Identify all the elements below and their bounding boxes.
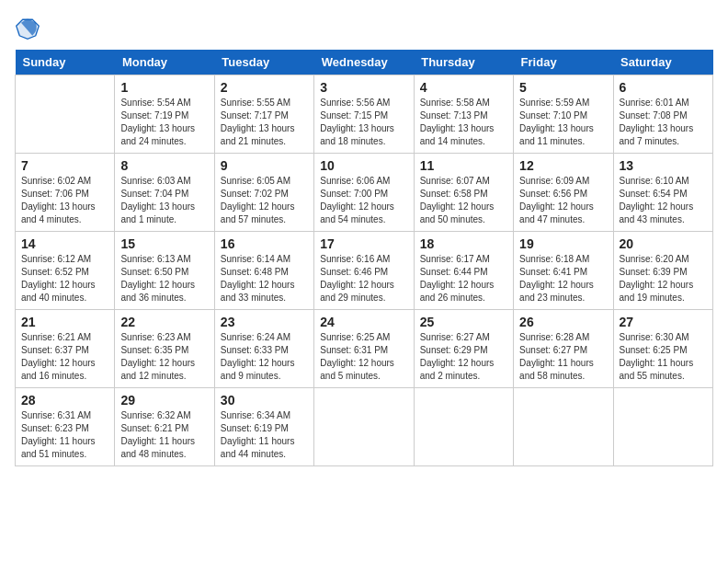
header-friday: Friday	[514, 50, 613, 75]
day-info: Sunrise: 6:18 AM Sunset: 6:41 PM Dayligh…	[519, 253, 607, 304]
day-number: 25	[420, 315, 507, 329]
day-cell: 16Sunrise: 6:14 AM Sunset: 6:48 PM Dayli…	[214, 232, 313, 310]
day-cell: 27Sunrise: 6:30 AM Sunset: 6:25 PM Dayli…	[613, 310, 712, 388]
day-number: 12	[519, 158, 607, 173]
day-cell: 1Sunrise: 5:54 AM Sunset: 7:19 PM Daylig…	[115, 75, 214, 154]
day-number: 14	[21, 236, 108, 251]
day-number: 16	[221, 236, 308, 251]
day-number: 9	[221, 158, 308, 173]
day-number: 13	[620, 158, 707, 173]
day-cell: 17Sunrise: 6:16 AM Sunset: 6:46 PM Dayli…	[314, 232, 414, 310]
day-info: Sunrise: 6:25 AM Sunset: 6:31 PM Dayligh…	[320, 331, 407, 383]
day-cell: 3Sunrise: 5:56 AM Sunset: 7:15 PM Daylig…	[314, 75, 414, 154]
day-info: Sunrise: 6:02 AM Sunset: 7:06 PM Dayligh…	[21, 175, 108, 226]
calendar-table: SundayMondayTuesdayWednesdayThursdayFrid…	[15, 50, 713, 466]
day-info: Sunrise: 6:30 AM Sunset: 6:25 PM Dayligh…	[620, 331, 707, 383]
day-number: 2	[221, 80, 308, 95]
week-row-5: 28Sunrise: 6:31 AM Sunset: 6:23 PM Dayli…	[16, 388, 713, 466]
day-number: 4	[420, 80, 507, 95]
day-number: 26	[519, 315, 607, 329]
calendar-header-row: SundayMondayTuesdayWednesdayThursdayFrid…	[16, 50, 713, 75]
header-monday: Monday	[115, 50, 214, 75]
day-cell: 26Sunrise: 6:28 AM Sunset: 6:27 PM Dayli…	[514, 310, 613, 388]
logo	[15, 15, 44, 40]
day-cell: 8Sunrise: 6:03 AM Sunset: 7:04 PM Daylig…	[115, 154, 214, 232]
day-number: 24	[320, 315, 407, 329]
day-info: Sunrise: 6:20 AM Sunset: 6:39 PM Dayligh…	[620, 253, 707, 304]
day-cell: 29Sunrise: 6:32 AM Sunset: 6:21 PM Dayli…	[115, 388, 214, 466]
day-number: 10	[320, 158, 407, 173]
day-cell: 9Sunrise: 6:05 AM Sunset: 7:02 PM Daylig…	[214, 154, 313, 232]
header-tuesday: Tuesday	[214, 50, 313, 75]
day-number: 29	[120, 393, 208, 408]
day-cell: 5Sunrise: 5:59 AM Sunset: 7:10 PM Daylig…	[514, 75, 613, 154]
day-cell: 2Sunrise: 5:55 AM Sunset: 7:17 PM Daylig…	[214, 75, 313, 154]
day-info: Sunrise: 6:12 AM Sunset: 6:52 PM Dayligh…	[21, 253, 108, 304]
day-info: Sunrise: 6:32 AM Sunset: 6:21 PM Dayligh…	[120, 409, 208, 461]
day-info: Sunrise: 6:09 AM Sunset: 6:56 PM Dayligh…	[519, 175, 607, 226]
day-cell	[613, 388, 712, 466]
day-cell: 11Sunrise: 6:07 AM Sunset: 6:58 PM Dayli…	[414, 154, 513, 232]
day-cell: 23Sunrise: 6:24 AM Sunset: 6:33 PM Dayli…	[214, 310, 313, 388]
day-info: Sunrise: 6:34 AM Sunset: 6:19 PM Dayligh…	[221, 409, 308, 461]
day-cell: 13Sunrise: 6:10 AM Sunset: 6:54 PM Dayli…	[613, 154, 712, 232]
day-cell: 15Sunrise: 6:13 AM Sunset: 6:50 PM Dayli…	[115, 232, 214, 310]
day-cell: 6Sunrise: 6:01 AM Sunset: 7:08 PM Daylig…	[613, 75, 712, 154]
day-number: 22	[120, 315, 208, 329]
page-header	[15, 15, 713, 40]
day-info: Sunrise: 6:28 AM Sunset: 6:27 PM Dayligh…	[519, 331, 607, 383]
day-cell: 10Sunrise: 6:06 AM Sunset: 7:00 PM Dayli…	[314, 154, 414, 232]
day-info: Sunrise: 6:21 AM Sunset: 6:37 PM Dayligh…	[21, 331, 108, 383]
day-cell: 21Sunrise: 6:21 AM Sunset: 6:37 PM Dayli…	[16, 310, 115, 388]
day-cell: 25Sunrise: 6:27 AM Sunset: 6:29 PM Dayli…	[414, 310, 513, 388]
day-info: Sunrise: 6:17 AM Sunset: 6:44 PM Dayligh…	[420, 253, 507, 304]
day-info: Sunrise: 5:56 AM Sunset: 7:15 PM Dayligh…	[320, 97, 407, 148]
header-wednesday: Wednesday	[314, 50, 414, 75]
week-row-2: 7Sunrise: 6:02 AM Sunset: 7:06 PM Daylig…	[16, 154, 713, 232]
day-number: 27	[620, 315, 707, 329]
day-cell: 18Sunrise: 6:17 AM Sunset: 6:44 PM Dayli…	[414, 232, 513, 310]
day-info: Sunrise: 6:14 AM Sunset: 6:48 PM Dayligh…	[221, 253, 308, 304]
day-cell: 22Sunrise: 6:23 AM Sunset: 6:35 PM Dayli…	[115, 310, 214, 388]
logo-icon	[15, 15, 40, 40]
day-number: 11	[420, 158, 507, 173]
day-cell: 24Sunrise: 6:25 AM Sunset: 6:31 PM Dayli…	[314, 310, 414, 388]
day-number: 8	[120, 158, 208, 173]
day-info: Sunrise: 6:01 AM Sunset: 7:08 PM Dayligh…	[620, 97, 707, 148]
day-number: 1	[120, 80, 208, 95]
day-number: 17	[320, 236, 407, 251]
header-thursday: Thursday	[414, 50, 513, 75]
day-info: Sunrise: 6:23 AM Sunset: 6:35 PM Dayligh…	[120, 331, 208, 383]
day-number: 23	[221, 315, 308, 329]
day-cell	[514, 388, 613, 466]
day-info: Sunrise: 6:13 AM Sunset: 6:50 PM Dayligh…	[120, 253, 208, 304]
day-cell: 4Sunrise: 5:58 AM Sunset: 7:13 PM Daylig…	[414, 75, 513, 154]
day-number: 18	[420, 236, 507, 251]
day-info: Sunrise: 5:58 AM Sunset: 7:13 PM Dayligh…	[420, 97, 507, 148]
day-number: 3	[320, 80, 407, 95]
day-info: Sunrise: 6:03 AM Sunset: 7:04 PM Dayligh…	[120, 175, 208, 226]
day-number: 6	[620, 80, 707, 95]
day-number: 15	[120, 236, 208, 251]
week-row-1: 1Sunrise: 5:54 AM Sunset: 7:19 PM Daylig…	[16, 75, 713, 154]
week-row-3: 14Sunrise: 6:12 AM Sunset: 6:52 PM Dayli…	[16, 232, 713, 310]
day-cell: 19Sunrise: 6:18 AM Sunset: 6:41 PM Dayli…	[514, 232, 613, 310]
day-info: Sunrise: 6:31 AM Sunset: 6:23 PM Dayligh…	[21, 409, 108, 461]
day-cell: 12Sunrise: 6:09 AM Sunset: 6:56 PM Dayli…	[514, 154, 613, 232]
header-sunday: Sunday	[16, 50, 115, 75]
day-info: Sunrise: 6:16 AM Sunset: 6:46 PM Dayligh…	[320, 253, 407, 304]
day-cell: 30Sunrise: 6:34 AM Sunset: 6:19 PM Dayli…	[214, 388, 313, 466]
day-cell	[414, 388, 513, 466]
week-row-4: 21Sunrise: 6:21 AM Sunset: 6:37 PM Dayli…	[16, 310, 713, 388]
day-info: Sunrise: 6:24 AM Sunset: 6:33 PM Dayligh…	[221, 331, 308, 383]
header-saturday: Saturday	[613, 50, 712, 75]
day-number: 5	[519, 80, 607, 95]
day-cell: 28Sunrise: 6:31 AM Sunset: 6:23 PM Dayli…	[16, 388, 115, 466]
day-cell: 7Sunrise: 6:02 AM Sunset: 7:06 PM Daylig…	[16, 154, 115, 232]
day-info: Sunrise: 6:05 AM Sunset: 7:02 PM Dayligh…	[221, 175, 308, 226]
day-info: Sunrise: 6:10 AM Sunset: 6:54 PM Dayligh…	[620, 175, 707, 226]
day-info: Sunrise: 5:55 AM Sunset: 7:17 PM Dayligh…	[221, 97, 308, 148]
day-cell: 20Sunrise: 6:20 AM Sunset: 6:39 PM Dayli…	[613, 232, 712, 310]
day-number: 28	[21, 393, 108, 408]
day-info: Sunrise: 6:27 AM Sunset: 6:29 PM Dayligh…	[420, 331, 507, 383]
